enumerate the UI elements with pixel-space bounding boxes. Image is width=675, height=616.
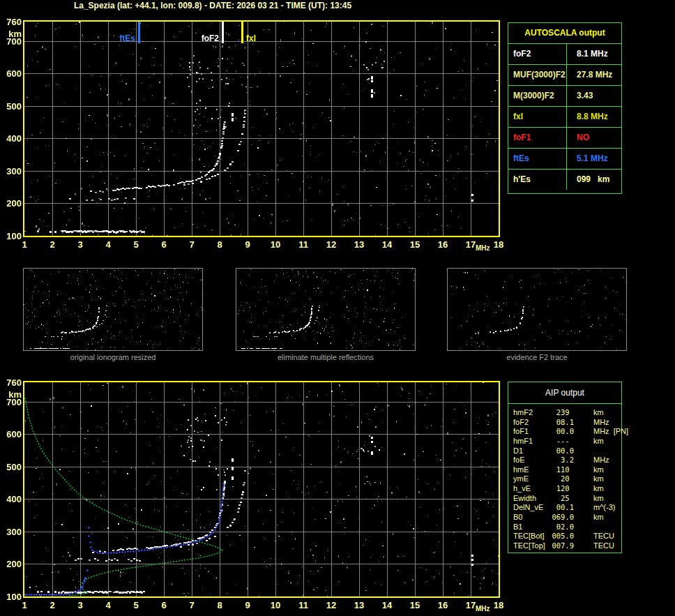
x-tick-label: 16 (435, 239, 450, 250)
aip-row-yme: ymE20 km (508, 474, 621, 484)
panel-eliminate-reflections (236, 268, 416, 351)
x-tick-label: 18 (491, 600, 506, 610)
aip-param-unit (574, 446, 621, 456)
y-tick-label: 500 (0, 462, 22, 472)
autoscala-row-fof1: foF1NO (508, 127, 621, 148)
aip-param-value: 25 (549, 494, 574, 504)
x-tick-label: 7 (184, 239, 199, 250)
x-tick-label: 12 (324, 239, 339, 250)
x-tick-label: 14 (379, 600, 395, 610)
autoscala-param-value: 099 km (567, 170, 621, 190)
y-tick-label: 500 (0, 101, 22, 112)
autoscala-param-value: 27.8 MHz (567, 65, 621, 85)
x-tick-label: 10 (268, 239, 283, 250)
x-tick-label: 12 (324, 600, 339, 610)
aip-param-unit: m^(-3) (574, 503, 621, 513)
x-tick-label: 5 (128, 239, 144, 250)
aip-param-label: hmF2 (508, 408, 549, 418)
bottom-ionogram-canvas (24, 382, 499, 596)
aip-param-label: B0 (508, 513, 549, 523)
autoscala-row-m3000f2: M(3000)F23.43 (508, 85, 621, 106)
x-tick-label: 11 (296, 239, 311, 250)
x-tick-label: 4 (100, 600, 116, 610)
panel-evidence-f2 (447, 268, 627, 351)
autoscala-param-label: ftEs (508, 149, 567, 169)
aip-param-label: foF1 (508, 427, 549, 437)
panel-caption-eliminate: eliminate multiple reflections (236, 353, 416, 361)
top-ionogram-frame (23, 20, 500, 237)
aip-param-value: 3.2 (549, 456, 574, 465)
aip-param-value: 007.9 (549, 541, 574, 551)
aip-param-value: 239 (549, 408, 574, 418)
aip-param-unit: km (574, 474, 621, 484)
aip-param-value: 08.1 (549, 418, 574, 428)
x-tick-label: 9 (240, 239, 255, 250)
x-tick-label: 16 (435, 600, 450, 610)
bottom-ionogram-frame (23, 381, 500, 598)
panel-evidence-f2-canvas (448, 269, 626, 350)
fxi-marker-label: fxI (246, 33, 256, 43)
y-tick-label: 300 (0, 166, 22, 176)
aip-param-label: TEC[Top] (508, 541, 549, 551)
aip-param-unit (574, 523, 621, 532)
aip-row-d1: D100.0 (508, 446, 621, 456)
autoscala-table-header: AUTOSCALA output (508, 23, 621, 43)
y-tick-label: 100 (0, 592, 22, 602)
autoscala-param-value: 8.8 MHz (567, 107, 621, 127)
panel-caption-original: original ionogram resized (23, 353, 203, 361)
aip-param-unit: MHz [PN] (574, 427, 628, 437)
aip-param-unit: km (574, 494, 621, 504)
aip-row-fof1: foF100.0MHz [PN] (508, 427, 621, 437)
aip-param-label: B1 (508, 523, 549, 532)
autoscala-param-label: h'Es (508, 170, 567, 190)
panel-original-ionogram-canvas (24, 269, 202, 350)
aip-param-value: 069.0 (549, 513, 574, 523)
aip-param-value: 02.0 (549, 523, 574, 532)
aip-param-value: 00.0 (549, 427, 574, 437)
aip-param-unit: TECU (574, 532, 621, 541)
autoscala-param-label: foF1 (508, 128, 567, 148)
aip-param-value: --- (549, 437, 574, 446)
aip-param-value: 00.1 (549, 503, 574, 513)
autoscala-param-label: MUF(3000)F2 (508, 65, 567, 85)
aip-param-label: D1 (508, 446, 549, 456)
y-tick-label: 100 (0, 231, 22, 241)
aip-param-label: foF2 (508, 418, 549, 428)
autoscala-param-value: 5.1 MHz (567, 149, 621, 169)
x-tick-label: 2 (45, 239, 60, 250)
aip-table: AIP output hmF2239 kmfoF208.1MHzfoF100.0… (508, 382, 622, 553)
aip-param-label: ymE (508, 474, 549, 484)
aip-param-value: 110 (549, 465, 574, 475)
autoscala-param-value: 8.1 MHz (567, 44, 621, 64)
aip-row-hme: hmE110 km (508, 465, 621, 475)
autoscala-output-screen: La_Spezia (lat: +44.1, lon: 009.8) - DAT… (0, 0, 675, 616)
x-tick-label: 18 (491, 239, 506, 250)
autoscala-row-fxi: fxI8.8 MHz (508, 106, 621, 127)
aip-row-tecbot: TEC[Bot]005.0TECU (508, 532, 621, 541)
ftes-marker-label: ftEs (95, 33, 135, 43)
top-ionogram-canvas (24, 22, 499, 236)
x-tick-label: 8 (212, 600, 227, 610)
ftes-marker-line (138, 22, 140, 43)
fof2-marker-line (222, 22, 224, 43)
aip-row-tectop: TEC[Top]007.9TECU (508, 541, 621, 551)
autoscala-table: AUTOSCALA output foF28.1 MHzMUF(3000)F22… (508, 22, 622, 194)
x-tick-label: 5 (128, 600, 144, 610)
y-tick-label: 760 (0, 17, 22, 27)
x-tick-label: 14 (379, 239, 395, 250)
aip-row-foe: foE3.2MHz (508, 456, 621, 465)
page-title: La_Spezia (lat: +44.1, lon: 009.8) - DAT… (24, 1, 401, 10)
y-tick-label: 400 (0, 494, 22, 504)
x-tick-label: 9 (240, 600, 255, 610)
panel-original-ionogram (23, 268, 203, 351)
aip-param-label: TEC[Bot] (508, 532, 549, 541)
aip-row-fof2: foF208.1MHz (508, 418, 621, 428)
aip-row-ewidth: Ewidth25 km (508, 494, 621, 504)
autoscala-param-label: fxI (508, 107, 567, 127)
autoscala-row-muf3000f2: MUF(3000)F227.8 MHz (508, 64, 621, 85)
y-tick-label: 400 (0, 133, 22, 144)
y-tick-label: 600 (0, 68, 22, 79)
aip-row-b1: B102.0 (508, 523, 621, 532)
x-tick-label: 3 (73, 239, 88, 250)
aip-row-hmf2: hmF2239 km (508, 408, 621, 418)
